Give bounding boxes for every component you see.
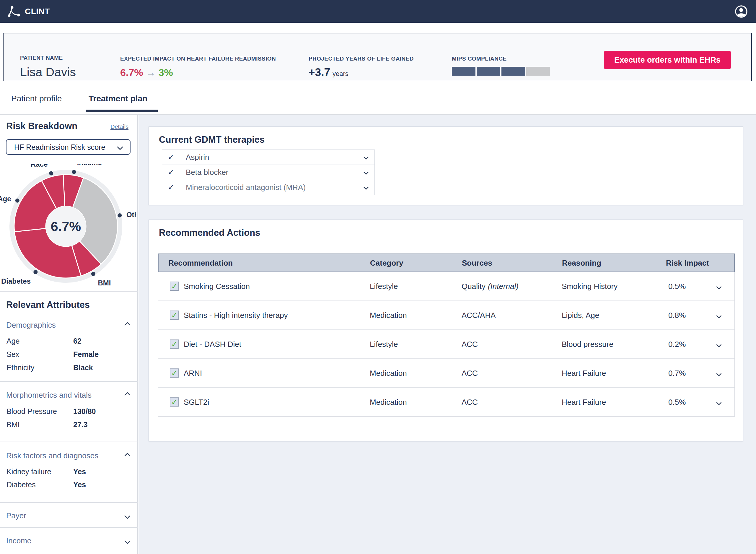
brand-name: CLINT: [25, 7, 50, 16]
recommended-actions-title: Recommended Actions: [159, 227, 260, 238]
patient-name: Lisa Davis: [20, 65, 76, 79]
risk-breakdown-title: Risk Breakdown: [6, 121, 77, 131]
active-tab-underline: [86, 110, 158, 112]
chevron-down-icon[interactable]: [363, 154, 369, 160]
check-icon: ✓: [168, 168, 175, 177]
donut-label-dot: [49, 171, 53, 175]
chevron-down-icon: [716, 313, 721, 318]
category-cell: Lifestyle: [370, 282, 398, 291]
risk-impact-cell: 0.5%: [668, 398, 686, 407]
patient-name-label: PATIENT NAME: [20, 55, 76, 61]
expand-row-control[interactable]: [717, 400, 721, 406]
tab-treatment-plan[interactable]: Treatment plan: [88, 94, 147, 103]
divider: [0, 291, 138, 292]
execute-orders-button[interactable]: Execute orders within EHRs: [604, 51, 731, 69]
donut-label-age: Age: [0, 195, 11, 203]
impact-block: EXPECTED IMPACT ON HEART FAILURE READMIS…: [120, 56, 276, 78]
donut-label-diabetes: Diabetes: [1, 277, 31, 285]
mips-block: MIPS COMPLIANCE: [452, 56, 550, 76]
sources-cell: Quality(Internal): [461, 282, 518, 291]
divider: [0, 441, 138, 441]
expand-row-control[interactable]: [717, 314, 721, 319]
recommended-actions-card: Recommended Actions Recommendation Categ…: [148, 220, 743, 441]
years-gained-values: +3.7years: [309, 66, 414, 78]
patient-name-block: PATIENT NAME Lisa Davis: [20, 55, 76, 79]
expand-row-control[interactable]: [717, 284, 721, 290]
risk-impact-cell: 0.8%: [668, 311, 686, 320]
check-icon: ✓: [171, 282, 178, 291]
group-header-demographics[interactable]: Demographics: [6, 321, 131, 331]
mips-segment: [526, 67, 550, 76]
reasoning-cell: Lipids, Age: [562, 311, 599, 320]
column-header-category: Category: [370, 259, 403, 268]
category-cell: Medication: [370, 398, 407, 407]
chevron-down-icon[interactable]: [363, 184, 369, 190]
mips-segment: [477, 67, 500, 76]
impact-to-value: 3%: [159, 67, 173, 78]
recommendation-cell: SGLT2i: [184, 398, 209, 407]
gdmt-title: Current GDMT therapies: [159, 134, 265, 145]
divider: [0, 502, 138, 503]
sources-cell: ACC: [461, 340, 480, 349]
attr-row: Ethnicity Black: [6, 364, 131, 372]
brand: CLINT: [8, 5, 50, 18]
group-header-risk-factors[interactable]: Risk factors and diagnoses: [6, 451, 131, 462]
impact-label: EXPECTED IMPACT ON HEART FAILURE READMIS…: [120, 56, 276, 62]
chevron-down-icon[interactable]: [363, 169, 369, 175]
donut-label-dot: [91, 272, 96, 276]
years-gained-unit: years: [332, 70, 349, 77]
group-header-payer[interactable]: Payer: [6, 511, 131, 522]
attr-row: BMI 27.3: [6, 421, 131, 429]
sources-cell: ACC/AHA: [461, 311, 498, 320]
chevron-down-icon: [716, 342, 721, 347]
chevron-down-icon: [117, 144, 123, 150]
attr-row: Blood Pressure 130/80: [6, 407, 131, 416]
donut-label-other: Other: [126, 211, 136, 219]
mips-segment: [452, 67, 476, 76]
column-header-recommendation: Recommendation: [168, 259, 233, 268]
reasoning-cell: Heart Failure: [562, 398, 606, 407]
risk-impact-cell: 0.5%: [668, 282, 686, 291]
column-header-risk-impact: Risk Impact: [666, 259, 709, 268]
risk-score-selected-value: HF Readmission Risk score: [14, 143, 105, 152]
chevron-down-icon: [716, 371, 721, 376]
arrow-right-icon: →: [143, 67, 159, 78]
group-header-income[interactable]: Income: [6, 536, 131, 547]
years-gained-value: +3.7: [309, 66, 330, 78]
gdmt-therapy-row[interactable]: ✓ Aspirin: [162, 150, 374, 165]
check-icon: ✓: [171, 398, 178, 406]
expand-row-control[interactable]: [717, 342, 721, 348]
gdmt-therapy-list: ✓ Aspirin ✓ Beta blocker ✓ Mineralocorti…: [162, 150, 375, 195]
gdmt-therapy-row[interactable]: ✓ Mineralocorticoid antagonist (MRA): [162, 180, 374, 195]
attr-row: Kidney failure Yes: [6, 467, 131, 476]
recommendation-cell: ARNI: [184, 369, 202, 378]
row-checkbox[interactable]: ✓: [170, 369, 179, 378]
tab-patient-profile[interactable]: Patient profile: [11, 94, 62, 103]
chevron-up-icon: [124, 453, 131, 459]
row-checkbox[interactable]: ✓: [170, 311, 179, 320]
donut-label-race: Race: [31, 164, 48, 168]
expand-row-control[interactable]: [717, 372, 721, 377]
years-gained-label: PROJECTED YEARS OF LIFE GAINED: [309, 56, 414, 62]
risk-donut-chart: 6.7%IncomeOtherBMIDiabetesAgeRace: [0, 164, 136, 288]
sources-cell: ACC: [461, 369, 480, 378]
table-header: Recommendation Category Sources Reasonin…: [158, 254, 735, 272]
row-checkbox[interactable]: ✓: [170, 339, 179, 349]
donut-label-bmi: BMI: [98, 279, 111, 287]
user-avatar-icon[interactable]: [735, 5, 748, 18]
row-checkbox[interactable]: ✓: [170, 397, 179, 406]
gdmt-therapy-row[interactable]: ✓ Beta blocker: [162, 165, 374, 180]
gdmt-card: Current GDMT therapies ✓ Aspirin ✓ Beta …: [148, 126, 743, 205]
recommended-actions-table: Recommendation Category Sources Reasonin…: [158, 254, 735, 417]
relevant-attributes-title: Relevant Attributes: [6, 299, 90, 310]
row-checkbox[interactable]: ✓: [170, 282, 179, 291]
divider: [0, 381, 138, 382]
details-link[interactable]: Details: [111, 123, 128, 130]
divider: [0, 527, 138, 528]
attr-row: Sex Female: [6, 350, 131, 359]
table-row: ✓ Smoking Cessation Lifestyle Quality(In…: [158, 272, 735, 301]
check-icon: ✓: [171, 311, 178, 320]
risk-score-select[interactable]: HF Readmission Risk score: [6, 139, 131, 155]
mips-label: MIPS COMPLIANCE: [452, 56, 550, 62]
group-header-morphometrics[interactable]: Morphometrics and vitals: [6, 391, 131, 401]
